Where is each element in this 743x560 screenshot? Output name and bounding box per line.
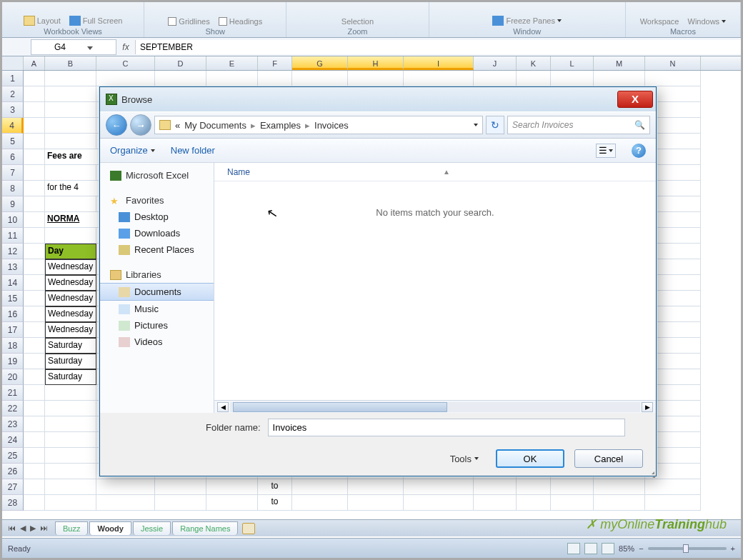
cell-K27[interactable]	[517, 479, 551, 495]
cell-L27[interactable]	[551, 479, 594, 495]
rib-layout[interactable]: Layout	[24, 16, 61, 26]
zoom-out-button[interactable]: −	[639, 544, 643, 553]
cell-A18[interactable]	[24, 338, 45, 354]
cell-A2[interactable]	[24, 86, 45, 102]
cell-B28[interactable]	[45, 495, 96, 511]
cell-B17[interactable]: Wednesday	[45, 322, 96, 338]
rib-gridlines[interactable]: Gridlines	[168, 17, 209, 26]
rib-workspace[interactable]: Workspace	[640, 17, 679, 26]
cell-B1[interactable]	[45, 71, 96, 86]
cell-C27[interactable]	[96, 479, 155, 495]
cell-A11[interactable]	[24, 228, 45, 244]
row-header-4[interactable]: 4	[2, 118, 24, 134]
cell-B15[interactable]: Wednesday	[45, 291, 96, 306]
col-header-M[interactable]: M	[594, 56, 645, 70]
cell-B8[interactable]: for the 4	[45, 181, 96, 196]
tree-music[interactable]: Music	[100, 301, 214, 317]
cell-B23[interactable]	[45, 416, 96, 432]
cell-F28[interactable]: to	[258, 495, 292, 511]
cell-B2[interactable]	[45, 86, 96, 102]
cell-G1[interactable]	[292, 71, 348, 86]
cell-D27[interactable]	[155, 479, 206, 495]
cell-K1[interactable]	[517, 71, 551, 86]
close-button[interactable]: X	[617, 91, 653, 108]
row-header-2[interactable]: 2	[2, 86, 24, 102]
cell-G27[interactable]	[292, 479, 348, 495]
help-button[interactable]: ?	[632, 144, 646, 158]
tree-recent[interactable]: Recent Places	[100, 241, 214, 258]
formula-input[interactable]: SEPTEMBER	[135, 40, 741, 54]
cell-J27[interactable]	[474, 479, 517, 495]
cell-B14[interactable]: Wednesday	[45, 275, 96, 291]
col-header-G[interactable]: G	[292, 56, 348, 70]
row-header-17[interactable]: 17	[2, 322, 24, 338]
cell-A16[interactable]	[24, 306, 45, 322]
cell-C1[interactable]	[96, 71, 155, 86]
dropdown-icon[interactable]	[87, 46, 93, 50]
cell-A6[interactable]	[24, 149, 45, 165]
row-header-3[interactable]: 3	[2, 102, 24, 118]
cell-D1[interactable]	[155, 71, 206, 86]
cell-B11[interactable]	[45, 228, 96, 244]
cell-N1[interactable]	[645, 71, 701, 86]
cell-B27[interactable]	[45, 479, 96, 495]
col-header-J[interactable]: J	[474, 56, 517, 70]
cell-A9[interactable]	[24, 196, 45, 212]
view-normal-button[interactable]	[567, 543, 580, 554]
row-header-23[interactable]: 23	[2, 416, 24, 432]
row-header-10[interactable]: 10	[2, 212, 24, 228]
folder-tree[interactable]: Microsoft Excel ★Favorites Desktop Downl…	[100, 163, 214, 413]
select-all-corner[interactable]	[2, 56, 24, 70]
col-header-H[interactable]: H	[348, 56, 404, 70]
cell-K28[interactable]	[517, 495, 551, 511]
cell-A10[interactable]	[24, 212, 45, 228]
row-header-22[interactable]: 22	[2, 401, 24, 416]
file-list-header[interactable]: Name ▲	[214, 163, 656, 181]
folder-name-input[interactable]	[268, 419, 625, 436]
tree-excel[interactable]: Microsoft Excel	[100, 167, 214, 184]
refresh-button[interactable]: ↻	[486, 116, 504, 134]
row-header-11[interactable]: 11	[2, 228, 24, 244]
row-header-24[interactable]: 24	[2, 432, 24, 448]
row-header-18[interactable]: 18	[2, 338, 24, 354]
rib-freeze[interactable]: Freeze Panes	[492, 16, 561, 26]
tab-woody[interactable]: Woody	[89, 521, 131, 535]
cell-B16[interactable]: Wednesday	[45, 306, 96, 322]
tab-range-names[interactable]: Range Names	[172, 521, 238, 535]
cell-A27[interactable]	[24, 479, 45, 495]
row-header-1[interactable]: 1	[2, 71, 24, 86]
resize-grip[interactable]	[652, 471, 654, 474]
cell-A28[interactable]	[24, 495, 45, 511]
view-options-button[interactable]: ☰	[596, 144, 616, 158]
back-button[interactable]: ←	[106, 114, 127, 136]
tree-pictures[interactable]: Pictures	[100, 317, 214, 334]
cell-A5[interactable]	[24, 134, 45, 149]
cell-J28[interactable]	[474, 495, 517, 511]
cell-M28[interactable]	[594, 495, 645, 511]
row-header-14[interactable]: 14	[2, 275, 24, 291]
row-header-25[interactable]: 25	[2, 448, 24, 464]
col-header-K[interactable]: K	[517, 56, 551, 70]
horizontal-scrollbar[interactable]: ◀ ▶	[214, 400, 656, 413]
rib-fullscreen[interactable]: Full Screen	[69, 16, 123, 26]
cell-A23[interactable]	[24, 416, 45, 432]
cell-B26[interactable]	[45, 464, 96, 479]
cell-A14[interactable]	[24, 275, 45, 291]
scrollbar-thumb[interactable]	[233, 402, 447, 412]
cell-M27[interactable]	[594, 479, 645, 495]
cell-B9[interactable]	[45, 196, 96, 212]
cell-I1[interactable]	[404, 71, 474, 86]
cell-B4[interactable]	[45, 118, 96, 134]
cell-A22[interactable]	[24, 401, 45, 416]
cancel-button[interactable]: Cancel	[574, 449, 643, 468]
cell-A21[interactable]	[24, 385, 45, 401]
view-break-button[interactable]	[602, 543, 614, 554]
row-header-26[interactable]: 26	[2, 464, 24, 479]
col-header-I[interactable]: I	[404, 56, 474, 70]
cell-B18[interactable]: Saturday	[45, 338, 96, 354]
cell-B10[interactable]: NORMA	[45, 212, 96, 228]
organize-menu[interactable]: Organize	[110, 145, 155, 156]
cell-B13[interactable]: Wednesday	[45, 259, 96, 275]
cell-A19[interactable]	[24, 354, 45, 369]
new-sheet-button[interactable]	[242, 523, 255, 534]
